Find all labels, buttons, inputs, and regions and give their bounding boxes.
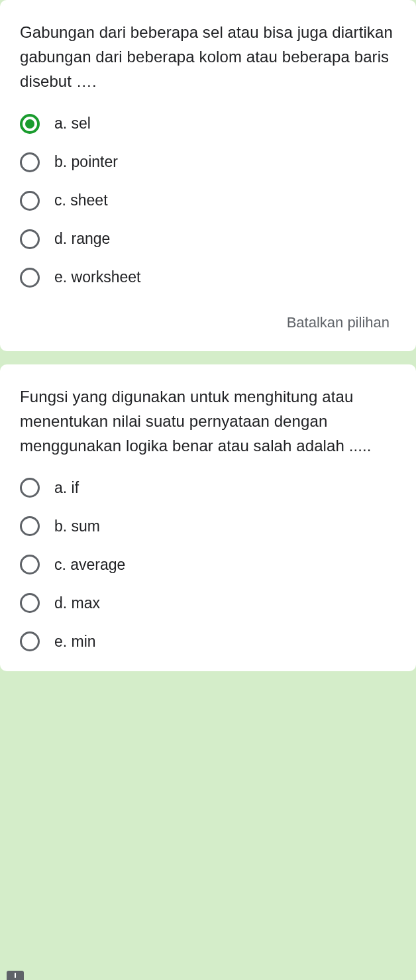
option-label: a. sel [54, 115, 91, 133]
radio-icon [20, 191, 40, 211]
radio-icon [20, 152, 40, 172]
question-text: Fungsi yang digunakan untuk menghitung a… [20, 384, 396, 459]
radio-icon [20, 229, 40, 249]
question-card: Fungsi yang digunakan untuk menghitung a… [0, 364, 416, 672]
radio-icon [20, 478, 40, 498]
option-label: e. min [54, 633, 96, 651]
radio-icon [20, 516, 40, 536]
option-label: e. worksheet [54, 268, 140, 286]
radio-icon [20, 268, 40, 288]
options-group: a. sel b. pointer c. sheet d. range e. w… [20, 114, 396, 288]
option-b[interactable]: b. pointer [20, 152, 396, 172]
option-d[interactable]: d. max [20, 593, 396, 613]
radio-icon [20, 593, 40, 613]
radio-icon [20, 555, 40, 574]
option-a[interactable]: a. sel [20, 114, 396, 134]
options-group: a. if b. sum c. average d. max e. min [20, 478, 396, 651]
option-c[interactable]: c. sheet [20, 191, 396, 211]
option-label: d. max [54, 594, 100, 612]
option-label: c. average [54, 556, 125, 574]
question-text: Gabungan dari beberapa sel atau bisa jug… [20, 20, 396, 94]
option-label: b. sum [54, 517, 100, 535]
clear-selection-button[interactable]: Batalkan pilihan [20, 314, 396, 331]
radio-icon [20, 631, 40, 651]
option-e[interactable]: e. worksheet [20, 268, 396, 288]
option-label: c. sheet [54, 191, 108, 209]
option-b[interactable]: b. sum [20, 516, 396, 536]
option-label: a. if [54, 479, 79, 497]
option-label: d. range [54, 230, 110, 248]
option-e[interactable]: e. min [20, 631, 396, 651]
option-a[interactable]: a. if [20, 478, 396, 498]
option-d[interactable]: d. range [20, 229, 396, 249]
option-label: b. pointer [54, 153, 118, 171]
radio-icon [20, 114, 40, 134]
option-c[interactable]: c. average [20, 555, 396, 574]
question-card: Gabungan dari beberapa sel atau bisa jug… [0, 0, 416, 351]
